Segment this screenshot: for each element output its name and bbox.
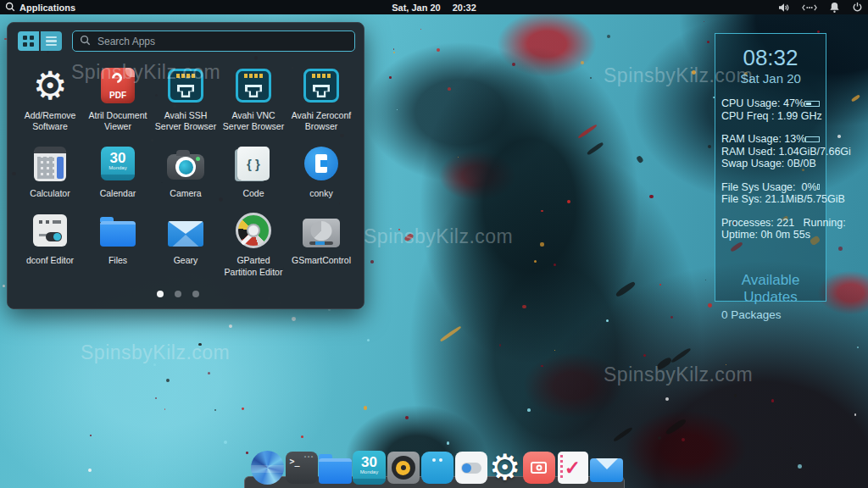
page-dot-2[interactable] — [175, 291, 181, 297]
dock-item-settings[interactable] — [454, 450, 487, 485]
app-gparted-partition-editor[interactable]: GParted Partition Editor — [220, 210, 287, 277]
paint-speck — [420, 29, 421, 30]
app-camera[interactable]: Camera — [152, 143, 220, 199]
app-gsmartcontrol[interactable]: GSmartControl — [287, 210, 355, 277]
app-label: Files — [108, 255, 127, 266]
app-icon-box — [168, 65, 203, 106]
conky-stat-label: Uptime: 0h 0m 55s — [721, 229, 810, 241]
app-calculator[interactable]: Calculator — [16, 143, 84, 199]
app-files[interactable]: Files — [84, 210, 152, 277]
page-indicator — [157, 291, 199, 297]
app-label: Calculator — [30, 188, 70, 199]
desktop: SpinsbyKilz.com SpinsbyKilz.com SpinsbyK… — [0, 0, 868, 488]
app-grid: ⚙Add/Remove SoftwarePDFAtril Document Vi… — [8, 57, 364, 278]
conky-stat-row: Uptime: 0h 0m 55s — [721, 229, 820, 241]
app-label: conky — [309, 188, 332, 199]
app-icon-box — [33, 210, 67, 251]
conky-stat-row: CPU Freq : 1.99 GHz — [721, 110, 820, 123]
paint-speck — [643, 354, 646, 357]
terminal-icon: >_••• — [286, 452, 318, 484]
app-calendar[interactable]: 30MondayCalendar — [84, 143, 152, 199]
dock-item-calendar[interactable]: 30Monday — [353, 450, 386, 485]
page-dot-1[interactable] — [157, 291, 164, 297]
conky-stat-label: CPU Freq : 1.99 GHz — [721, 110, 822, 122]
dock-item-screenshot[interactable] — [522, 450, 555, 485]
camera-icon — [167, 154, 204, 180]
ethernet-port-icon — [236, 69, 271, 103]
grid-view-icon — [23, 36, 34, 47]
paint-speck — [246, 452, 248, 454]
paint-speck — [798, 464, 802, 469]
speaker-icon — [387, 452, 420, 484]
applications-menu-button[interactable]: Applications — [0, 2, 75, 14]
folder-icon — [100, 221, 136, 247]
app-label: Avahi VNC Server Browser — [220, 110, 287, 132]
paint-speck — [649, 195, 654, 199]
clock[interactable]: Sat, Jan 20 20:32 — [392, 3, 476, 13]
dock-item-software[interactable] — [420, 450, 453, 485]
paint-speck — [705, 280, 706, 280]
paint-speck — [692, 70, 696, 75]
paint-speck — [522, 305, 526, 308]
conky-stat-label: CPU Usage: 47% — [721, 97, 804, 109]
app-avahi-vnc-server-browser[interactable]: Avahi VNC Server Browser — [220, 65, 287, 132]
hard-disk-icon — [303, 219, 340, 247]
app-dconf-editor[interactable]: dconf Editor — [16, 210, 84, 277]
dock-item-tweaks[interactable]: ⚙ — [488, 450, 521, 485]
app-icon-box — [303, 210, 340, 251]
paint-speck — [389, 76, 391, 78]
paint-speck — [581, 61, 584, 64]
conky-stat-row: File Sys: 21.1MiB/5.75GiB — [721, 193, 820, 206]
conky-stat-label: File Sys Usage: 0% — [721, 181, 817, 193]
search-field[interactable] — [72, 30, 355, 52]
paint-speck — [854, 413, 856, 415]
paint-speck — [367, 339, 370, 341]
paint-speck — [370, 260, 373, 263]
app-atril-document-viewer[interactable]: PDFAtril Document Viewer — [84, 65, 152, 132]
calendar-icon: 30Monday — [101, 147, 135, 180]
code-icon: { } — [237, 147, 270, 180]
conky-stat-row: File Sys Usage: 0% — [721, 181, 820, 194]
notifications-icon[interactable] — [829, 2, 840, 13]
paint-speck — [567, 200, 570, 203]
app-code[interactable]: { }Code — [220, 143, 287, 199]
network-icon[interactable] — [802, 3, 817, 12]
dock-item-files[interactable] — [319, 450, 352, 485]
search-icon — [5, 2, 15, 14]
paint-speck — [166, 379, 170, 382]
conky-updates-title: Available Updates — [721, 272, 820, 306]
power-icon[interactable] — [852, 2, 863, 13]
search-input[interactable] — [96, 35, 348, 48]
paint-speck — [658, 436, 661, 440]
list-view-icon — [46, 36, 57, 47]
grid-view-button[interactable] — [18, 31, 39, 51]
paint-speck — [499, 344, 501, 346]
app-icon-box: { } — [237, 143, 270, 184]
search-icon — [80, 34, 91, 49]
dock-item-tasks[interactable]: ✓ — [556, 450, 589, 485]
dock-item-mail[interactable] — [590, 450, 623, 485]
dock-item-music-player[interactable] — [387, 450, 420, 485]
paint-speck — [554, 263, 556, 266]
volume-icon[interactable] — [778, 3, 790, 13]
app-avahi-zeroconf-browser[interactable]: Avahi Zeroconf Browser — [287, 65, 355, 132]
paint-speck — [153, 363, 156, 366]
app-conky[interactable]: conky — [287, 143, 355, 199]
app-geary[interactable]: Geary — [152, 210, 220, 277]
app-add-remove-software[interactable]: ⚙Add/Remove Software — [16, 65, 84, 132]
system-tray — [778, 2, 863, 13]
list-view-button[interactable] — [41, 31, 62, 51]
paint-speck — [837, 135, 840, 137]
app-label: Add/Remove Software — [17, 110, 83, 132]
app-label: Atril Document Viewer — [85, 110, 151, 132]
app-avahi-ssh-server-browser[interactable]: Avahi SSH Server Browser — [152, 65, 220, 132]
paint-speck — [393, 52, 395, 53]
dock-item-browser[interactable] — [251, 450, 284, 485]
paint-speck — [397, 109, 398, 110]
paint-speck — [540, 242, 543, 246]
app-label: GParted Partition Editor — [220, 255, 287, 277]
page-dot-3[interactable] — [192, 291, 199, 297]
conky-stat-label: Swap Usage: 0B/0B — [721, 158, 816, 169]
dock-item-terminal[interactable]: >_••• — [285, 450, 318, 485]
app-label: dconf Editor — [26, 255, 74, 266]
